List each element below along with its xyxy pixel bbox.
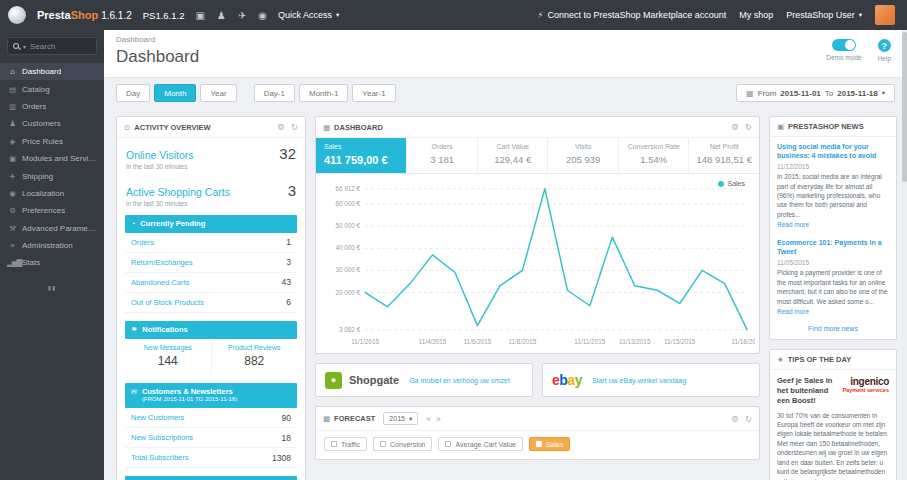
sidebar-item-catalog[interactable]: ▤Catalog [0, 80, 104, 97]
forecast-chip-traffic[interactable]: Traffic [324, 437, 367, 451]
send-icon[interactable]: ✈ [238, 10, 246, 21]
customers-icon: ♟ [7, 119, 17, 128]
find-more-news-link[interactable]: Find more news [770, 320, 896, 339]
new-messages-cell[interactable]: New Messages 144 [125, 339, 211, 375]
marketplace-icon: ⚡ [537, 10, 543, 20]
news-article-title[interactable]: Ecommerce 101: Payments in a Tweet [777, 238, 889, 256]
ebay-promo[interactable]: ebay Start uw eBay-winkel vandaag [542, 363, 760, 397]
date-range-button[interactable]: ▦ From 2015-11-01 To 2015-11-18 ▾ [736, 84, 895, 102]
kpi-conversion-rate[interactable]: Conversion Rate1.54% [619, 138, 690, 173]
read-more-link[interactable]: Read more [777, 308, 809, 315]
dashboard-icon: ▦ [323, 123, 330, 132]
product-reviews-cell[interactable]: Product Reviews 882 [211, 339, 298, 375]
pin-icon[interactable]: ◉ [258, 10, 267, 21]
modules-icon: ▣ [7, 154, 17, 163]
sidebar-item-stats[interactable]: ▂▅▇Stats [0, 254, 104, 271]
demo-mode-toggle[interactable] [832, 39, 856, 51]
user-menu[interactable]: PrestaShop User ▾ [786, 10, 862, 20]
sidebar-item-preferences[interactable]: ⚙Preferences [0, 202, 104, 219]
forecast-legend: Traffic Conversion Average Cart Value Sa… [316, 431, 759, 459]
ebay-promo-link[interactable]: Start uw eBay-winkel vandaag [592, 376, 686, 385]
refresh-icon[interactable]: ↻ [745, 414, 752, 424]
sidebar-item-price-rules[interactable]: ◈Price Rules [0, 133, 104, 150]
range-day-1-button[interactable]: Day-1 [254, 84, 295, 102]
sidebar-item-modules[interactable]: ▣Modules and Services [0, 150, 104, 167]
online-visitors-metric[interactable]: Online Visitors 32 [117, 138, 305, 162]
scrollbar-thumb[interactable] [902, 32, 907, 182]
sidebar-item-localization[interactable]: ◉Localization [0, 185, 104, 202]
brand-shop: Shop [71, 9, 99, 21]
forecast-chip-conversion[interactable]: Conversion [373, 437, 432, 451]
range-year-button[interactable]: Year [200, 84, 236, 102]
sidebar-search[interactable]: ▾ [7, 37, 97, 55]
ingenico-logo[interactable]: ingenico Payment services [843, 376, 889, 406]
sidebar-item-customers[interactable]: ♟Customers [0, 115, 104, 132]
customers-row-new-subscriptions[interactable]: New Subscriptions18 [125, 428, 297, 448]
range-year-1-button[interactable]: Year-1 [352, 84, 395, 102]
sidebar-item-administration[interactable]: ≡Administration [0, 237, 104, 254]
pending-row-abandoned-carts[interactable]: Abandoned Carts43 [125, 273, 297, 293]
pending-row-out-of-stock[interactable]: Out of Stock Products6 [125, 293, 297, 313]
svg-text:11/18/2015: 11/18/2015 [731, 338, 755, 345]
kpi-net-profit[interactable]: Net Profit148 918,51 € [689, 138, 759, 173]
sidebar-item-orders[interactable]: ▥Orders [0, 98, 104, 115]
range-month-button[interactable]: Month [154, 84, 196, 102]
prev-icon[interactable]: « [426, 414, 431, 424]
search-input[interactable] [30, 42, 91, 51]
news-article-title[interactable]: Using social media for your business: 4 … [777, 142, 889, 160]
currently-pending-header: ◔ Currently Pending [125, 215, 297, 233]
my-shop-link[interactable]: My shop [739, 10, 773, 20]
date-to-value: 2015-11-18 [837, 89, 877, 98]
search-scope-caret-icon[interactable]: ▾ [23, 43, 26, 50]
shopgate-promo[interactable]: ● Shopgate Ga mobiel en verhoog uw omzet [315, 363, 533, 397]
kpi-visits[interactable]: Visits205 939 [548, 138, 619, 173]
svg-text:11/13/2015: 11/13/2015 [619, 338, 651, 345]
customers-row-new-customers[interactable]: New Customers90 [125, 408, 297, 428]
chevron-down-icon: ▾ [859, 11, 862, 19]
advanced-parameters-icon: ⚒ [7, 224, 17, 233]
shopgate-promo-link[interactable]: Ga mobiel en verhoog uw omzet [409, 376, 510, 385]
news-panel-title: PRESTASHOP NEWS [788, 122, 864, 131]
range-day-button[interactable]: Day [116, 84, 150, 102]
customers-row-total-subscribers[interactable]: Total Subscribers1308 [125, 448, 297, 468]
pending-row-orders[interactable]: Orders1 [125, 233, 297, 253]
forecast-chip-sales[interactable]: Sales [529, 437, 571, 451]
demo-mode-label: Demo mode [826, 54, 861, 61]
chart-legend-sales[interactable]: Sales [718, 180, 745, 187]
forecast-year-select[interactable]: 2015 ▾ [383, 412, 418, 425]
customers-icon[interactable]: ♟ [217, 10, 226, 21]
gear-icon[interactable]: ⚙ [277, 122, 285, 132]
cart-icon[interactable]: ▣ [195, 10, 204, 21]
brand-title[interactable]: PrestaShop1.6.1.2 [37, 9, 132, 21]
shop-name-link[interactable]: PS1.6.1.2 [143, 10, 185, 21]
marketplace-link[interactable]: ⚡ Connect to PrestaShop Marketplace acco… [537, 10, 726, 20]
active-carts-metric[interactable]: Active Shopping Carts 3 [117, 175, 305, 199]
dashboard-panel-tools: ⚙ ↻ [731, 122, 752, 132]
help-tool: ? Help [878, 39, 891, 62]
forecast-chip-average-cart-value[interactable]: Average Cart Value [438, 437, 522, 451]
pending-row-return-exchanges[interactable]: Return/Exchanges3 [125, 253, 297, 273]
refresh-icon[interactable]: ↻ [291, 122, 298, 132]
sidebar-collapse-button[interactable]: ▮▮ [0, 284, 104, 291]
sidebar-item-dashboard[interactable]: ⌂Dashboard [0, 63, 104, 80]
next-icon[interactable]: » [436, 414, 441, 424]
kpi-cart-value[interactable]: Cart Value129,44 € [478, 138, 549, 173]
kpi-sales[interactable]: Sales411 759,00 € [316, 138, 407, 173]
svg-text:30 000 €: 30 000 € [335, 266, 360, 273]
quick-access-button[interactable]: Quick Access ▾ [278, 10, 339, 20]
help-icon[interactable]: ? [878, 39, 891, 52]
prestashop-logo-icon[interactable] [8, 6, 26, 24]
refresh-icon[interactable]: ↻ [745, 122, 752, 132]
user-avatar[interactable] [875, 5, 895, 25]
range-month-1-button[interactable]: Month-1 [299, 84, 348, 102]
sidebar-item-shipping[interactable]: ✈Shipping [0, 167, 104, 184]
chevron-down-icon: ▾ [882, 89, 885, 97]
sidebar-item-advanced-parameters[interactable]: ⚒Advanced Parameters [0, 220, 104, 237]
svg-text:40 000 €: 40 000 € [335, 244, 360, 251]
kpi-orders[interactable]: Orders3 181 [407, 138, 478, 173]
gear-icon[interactable]: ⚙ [731, 414, 739, 424]
read-more-link[interactable]: Read more [777, 221, 809, 228]
breadcrumb[interactable]: Dashboard [116, 35, 895, 44]
news-panel-header: ▣ PRESTASHOP NEWS [770, 117, 896, 137]
gear-icon[interactable]: ⚙ [731, 122, 739, 132]
